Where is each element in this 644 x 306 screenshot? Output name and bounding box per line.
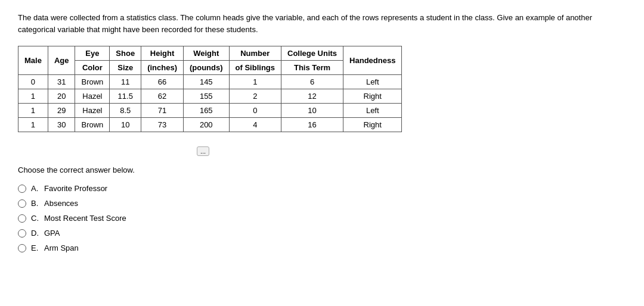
table-row: 031Brown116614516Left (18, 75, 402, 89)
col-shoe-top: Shoe (110, 46, 141, 61)
col-eye-bottom: Color (75, 61, 110, 75)
option-text: Arm Span (44, 243, 79, 252)
radio-circle[interactable] (18, 185, 26, 193)
col-shoe-bottom: Size (110, 61, 141, 75)
option-letter: B. (31, 199, 39, 208)
col-siblings-top: Number (229, 46, 281, 61)
col-units-bottom: This Term (281, 61, 343, 75)
answer-option-a[interactable]: A.Favorite Professor (18, 184, 626, 193)
col-units-top: College Units (281, 46, 343, 61)
option-letter: C. (31, 214, 39, 223)
radio-circle[interactable] (18, 199, 26, 208)
answer-option-e[interactable]: E.Arm Span (18, 243, 626, 252)
radio-circle[interactable] (18, 214, 26, 223)
answer-option-b[interactable]: B.Absences (18, 199, 626, 208)
answer-options: A.Favorite ProfessorB.AbsencesC.Most Rec… (18, 184, 626, 252)
option-text: Favorite Professor (44, 184, 107, 193)
col-male: Male (18, 46, 48, 75)
radio-circle[interactable] (18, 244, 26, 252)
option-text: Absences (44, 199, 78, 208)
table-row: 130Brown1073200416Right (18, 118, 402, 132)
data-table: Male Age Eye Shoe Height Weight Number C… (18, 46, 402, 132)
col-weight-bottom: (pounds) (183, 61, 229, 75)
option-text: GPA (44, 229, 60, 238)
table-row: 120Hazel11.562155212Right (18, 89, 402, 104)
option-letter: D. (31, 229, 39, 238)
col-height-top: Height (141, 46, 184, 61)
col-eye-top: Eye (75, 46, 110, 61)
radio-circle[interactable] (18, 229, 26, 238)
col-age: Age (48, 46, 75, 75)
question-label: Choose the correct answer below. (18, 166, 626, 174)
answer-option-c[interactable]: C.Most Recent Test Score (18, 214, 626, 223)
option-letter: E. (31, 243, 39, 252)
option-letter: A. (31, 184, 39, 193)
table-header-row: Male Age Eye Shoe Height Weight Number C… (18, 46, 402, 61)
expand-button[interactable]: ... (197, 146, 209, 156)
option-text: Most Recent Test Score (44, 214, 126, 223)
col-weight-top: Weight (183, 46, 229, 61)
col-siblings-bottom: of Siblings (229, 61, 281, 75)
col-hand: Handedness (343, 46, 402, 75)
col-height-bottom: (inches) (141, 61, 184, 75)
answer-option-d[interactable]: D.GPA (18, 229, 626, 238)
table-row: 129Hazel8.571165010Left (18, 104, 402, 118)
intro-text: The data were collected from a statistic… (18, 12, 626, 35)
